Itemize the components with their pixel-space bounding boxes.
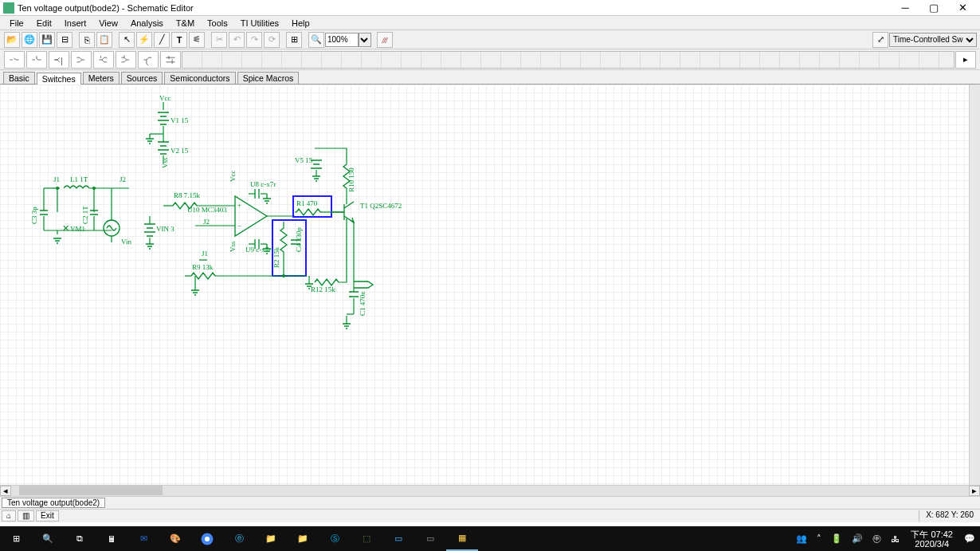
probe-tool[interactable]: ⚡ — [136, 32, 152, 48]
chrome-icon[interactable] — [191, 526, 223, 551]
filter-tool[interactable]: ⚟ — [189, 32, 205, 48]
svg-text:V1 15: V1 15 — [171, 116, 189, 124]
status-btn-1[interactable]: ⌂ — [2, 510, 16, 521]
tray-up-icon[interactable]: ˄ — [812, 533, 826, 544]
explorer2-icon[interactable]: 📁 — [287, 526, 319, 551]
network-icon[interactable]: 🖧 — [886, 534, 904, 544]
switch-sw6[interactable] — [116, 51, 136, 69]
volume-icon[interactable]: 🔊 — [847, 533, 868, 544]
save-button[interactable]: 💾 — [39, 32, 55, 48]
tab-meters[interactable]: Meters — [83, 72, 120, 84]
zoom-tool[interactable]: 🔍 — [308, 32, 324, 48]
status-btn-2[interactable]: ▥ — [18, 510, 34, 521]
undo-button[interactable]: ↶ — [229, 32, 245, 48]
paste-button[interactable]: 📋 — [96, 32, 112, 48]
redo-button[interactable]: ↷ — [246, 32, 262, 48]
tab-spice-macros[interactable]: Spice Macros — [237, 72, 300, 84]
zoom-input[interactable] — [325, 33, 359, 47]
svg-text:VM1: VM1 — [70, 225, 85, 233]
open-button[interactable]: 📂 — [4, 32, 20, 48]
close-doc-button[interactable]: ⊟ — [57, 32, 73, 48]
menu-analysis[interactable]: Analysis — [124, 18, 170, 28]
minimize-button[interactable]: ─ — [891, 2, 919, 14]
switch-sw8[interactable] — [160, 51, 181, 69]
palette-more[interactable]: ▸ — [955, 51, 976, 69]
svg-point-39 — [205, 537, 210, 541]
tab-semiconductors[interactable]: Semiconductors — [164, 72, 235, 84]
rotate-button[interactable]: ⟳ — [264, 32, 280, 48]
menu-tm[interactable]: T&M — [170, 18, 201, 28]
doc-tab[interactable]: Ten voltage output(bode2) — [2, 498, 105, 508]
taskview-icon[interactable]: ⧉ — [64, 526, 96, 551]
hscroll-left[interactable]: ◂ — [0, 486, 11, 496]
status-btn-exit[interactable]: Exit — [36, 510, 59, 521]
expand-button[interactable]: ⤢ — [872, 32, 888, 48]
skype-icon[interactable]: Ⓢ — [319, 526, 351, 551]
svg-text:U8 c-x7r: U8 c-x7r — [250, 180, 276, 188]
menu-ti-utilities[interactable]: TI Utilities — [234, 18, 285, 28]
tab-basic[interactable]: Basic — [3, 72, 35, 84]
switch-sw5[interactable] — [93, 51, 114, 69]
menu-edit[interactable]: Edit — [30, 18, 58, 28]
svg-text:J2: J2 — [203, 218, 210, 226]
search-icon[interactable]: 🔍 — [32, 526, 64, 551]
switch-sw2[interactable] — [26, 51, 47, 69]
svg-text:VIN 3: VIN 3 — [156, 225, 174, 233]
battery-icon[interactable]: 🔋 — [826, 533, 847, 544]
switch-sw4[interactable] — [71, 51, 92, 69]
outlook-icon[interactable]: ✉ — [127, 526, 159, 551]
svg-text:R9 13k: R9 13k — [192, 263, 214, 271]
clock[interactable]: 下午 07:42 2020/3/4 — [904, 529, 959, 549]
app-icon — [3, 2, 14, 14]
svg-text:U10 MC3403: U10 MC3403 — [187, 206, 227, 214]
switch-tool[interactable]: ⫻ — [377, 32, 393, 48]
statusbar: ⌂ ▥ Exit X: 682 Y: 260 — [0, 509, 980, 522]
vertical-scrollbar[interactable] — [969, 85, 980, 485]
horizontal-scrollbar[interactable]: ◂ ▸ — [0, 485, 980, 496]
menu-help[interactable]: Help — [285, 18, 316, 28]
tina-app-icon[interactable]: ▦ — [446, 526, 478, 551]
hscroll-right[interactable]: ▸ — [969, 486, 980, 496]
svg-text:R2 15k: R2 15k — [272, 246, 280, 268]
zoom-select[interactable] — [359, 33, 371, 47]
calculator-icon[interactable]: 🖩 — [96, 526, 127, 551]
grid-button[interactable]: ⊞ — [286, 32, 302, 48]
schematic-canvas[interactable]: Vcc V1 15 V2 15 Vss J1 L1 1T J2 C3 3p C2… — [0, 85, 980, 485]
ime-icon[interactable]: ㊥ — [868, 533, 886, 545]
select-tool[interactable]: ↖ — [119, 32, 135, 48]
copy-button[interactable]: ⎘ — [79, 32, 95, 48]
svg-text:Vss: Vss — [229, 241, 237, 252]
svg-text:T1 Q2SC4672: T1 Q2SC4672 — [360, 202, 402, 210]
app2-icon[interactable]: ▭ — [382, 526, 414, 551]
menu-file[interactable]: File — [3, 18, 30, 28]
close-button[interactable]: ✕ — [948, 2, 977, 14]
notifications-icon[interactable]: 💬 — [959, 533, 980, 544]
menu-insert[interactable]: Insert — [58, 18, 93, 28]
svg-text:C3 3p: C3 3p — [30, 207, 38, 224]
app1-icon[interactable]: ⬚ — [351, 526, 382, 551]
switch-sw1[interactable] — [4, 51, 25, 69]
menu-view[interactable]: View — [92, 18, 124, 28]
svg-text:J1: J1 — [53, 175, 60, 183]
people-icon[interactable]: 👥 — [791, 533, 812, 544]
app3-icon[interactable]: ▭ — [414, 526, 446, 551]
wire-tool[interactable]: ╱ — [154, 32, 170, 48]
maximize-button[interactable]: ▢ — [919, 2, 948, 14]
tab-switches[interactable]: Switches — [37, 73, 81, 85]
text-tool[interactable]: T — [171, 32, 187, 48]
switch-sw3[interactable] — [49, 51, 69, 69]
main-toolbar: 📂 🌐 💾 ⊟ ⎘ 📋 ↖ ⚡ ╱ T ⚟ ✂ ↶ ↷ ⟳ ⊞ 🔍 ⫻ ⤢ Ti… — [0, 30, 980, 49]
tab-sources[interactable]: Sources — [121, 72, 163, 84]
ie-icon[interactable]: ⓔ — [223, 526, 255, 551]
paint-icon[interactable]: 🎨 — [159, 526, 191, 551]
component-select[interactable]: Time-Controlled Switch — [889, 33, 977, 47]
menu-tools[interactable]: Tools — [201, 18, 234, 28]
svg-text:✕: ✕ — [62, 223, 69, 233]
cut-tool[interactable]: ✂ — [211, 32, 227, 48]
explorer-icon[interactable]: 📁 — [255, 526, 287, 551]
system-tray: 👥 ˄ 🔋 🔊 ㊥ 🖧 下午 07:42 2020/3/4 💬 — [791, 529, 980, 549]
hscroll-track[interactable] — [11, 486, 969, 496]
internet-button[interactable]: 🌐 — [22, 32, 37, 48]
start-button[interactable]: ⊞ — [0, 526, 32, 551]
switch-sw7[interactable] — [138, 51, 159, 69]
